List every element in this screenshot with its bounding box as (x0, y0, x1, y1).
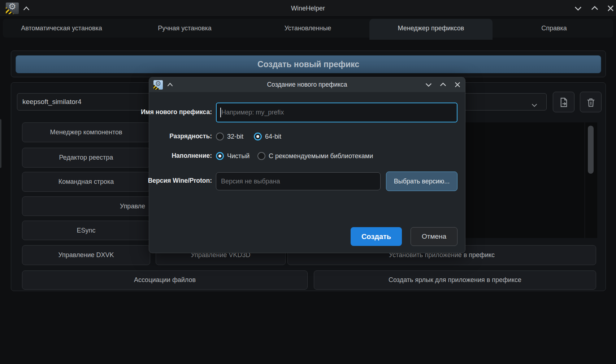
winehelper-window: ⚙ WineHelper Автоматическая установка Ру… (0, 0, 616, 364)
dialog-title: Создание нового префикса (149, 77, 465, 92)
registry-editor-button[interactable]: Редактор реестра (22, 148, 150, 168)
radio-clean[interactable] (216, 152, 224, 160)
esync-button[interactable]: ESync (22, 221, 150, 240)
maximize-button[interactable] (589, 3, 600, 13)
radio-64bit-label[interactable]: 64-bit (265, 133, 281, 140)
file-associations-button[interactable]: Ассоциации файлов (22, 270, 308, 290)
radio-32bit[interactable] (216, 133, 224, 140)
document-export-icon (558, 97, 569, 108)
chevron-up-icon (589, 3, 600, 13)
chevron-down-icon (530, 99, 538, 106)
close-button[interactable] (605, 3, 616, 13)
tab-manual-install[interactable]: Ручная установка (123, 19, 246, 38)
tab-auto-install[interactable]: Автоматическая установка (0, 19, 123, 38)
main-titlebar: ⚙ WineHelper (0, 0, 616, 17)
wine-version-input[interactable] (216, 172, 381, 190)
radio-recommended-libs[interactable] (257, 152, 265, 160)
tab-help[interactable]: Справка (493, 19, 616, 38)
close-icon (452, 80, 463, 89)
create-prefix-section: Создать новый префикс (11, 51, 606, 77)
dialog-minimize-button[interactable] (424, 80, 434, 89)
prefix-combo-value: keepsoft_similator4 (22, 98, 82, 105)
prefix-name-label: Имя нового префикса: (141, 108, 212, 116)
create-new-prefix-button[interactable]: Создать новый префикс (16, 55, 601, 73)
create-shortcut-button[interactable]: Создать ярлык для приложения в префиксе (314, 270, 596, 290)
tab-prefix-manager[interactable]: Менеджер префиксов (369, 19, 493, 40)
radio-64bit[interactable] (254, 133, 262, 140)
scrollbar-track (585, 122, 585, 238)
chevron-up-icon (438, 80, 448, 89)
command-line-button[interactable]: Командная строка (22, 172, 150, 192)
create-button[interactable]: Создать (351, 227, 402, 246)
wine-version-label: Версия Wine/Proton: (148, 177, 212, 185)
radio-32bit-label[interactable]: 32-bit (227, 133, 243, 140)
manage-partial-label: Управле (120, 197, 145, 216)
radio-clean-label[interactable]: Чистый (227, 152, 250, 160)
dxvk-manage-button[interactable]: Управление DXVK (22, 245, 150, 265)
components-manager-button[interactable]: Менеджер компонентов (22, 122, 150, 142)
trash-icon (585, 97, 597, 108)
fill-label: Наполнение: (172, 152, 212, 160)
open-prefix-folder-button[interactable] (553, 92, 574, 112)
chevron-down-icon (424, 80, 434, 89)
minimize-button[interactable] (573, 3, 584, 13)
chevron-down-icon (573, 3, 584, 13)
cancel-button[interactable]: Отмена (411, 227, 457, 246)
screen-edge-artifact (0, 119, 1, 168)
delete-prefix-button[interactable] (580, 92, 602, 112)
dialog-titlebar: ⚙ Создание нового префикса (149, 77, 465, 92)
scrollbar-thumb[interactable] (588, 126, 594, 174)
choose-version-button[interactable]: Выбрать версию... (386, 172, 457, 191)
dialog-close-button[interactable] (452, 80, 463, 89)
window-title: WineHelper (0, 0, 616, 17)
create-prefix-dialog: ⚙ Создание нового префикса Имя нового пр… (149, 77, 465, 253)
radio-recommended-libs-label[interactable]: С рекомендуемыми библиотеками (269, 152, 373, 160)
tab-installed[interactable]: Установленные (246, 19, 369, 38)
close-icon (605, 3, 616, 13)
dialog-maximize-button[interactable] (438, 80, 448, 89)
bitness-label: Разрядность: (169, 133, 212, 140)
prefix-name-input[interactable] (216, 103, 457, 122)
text-caret (220, 108, 221, 117)
